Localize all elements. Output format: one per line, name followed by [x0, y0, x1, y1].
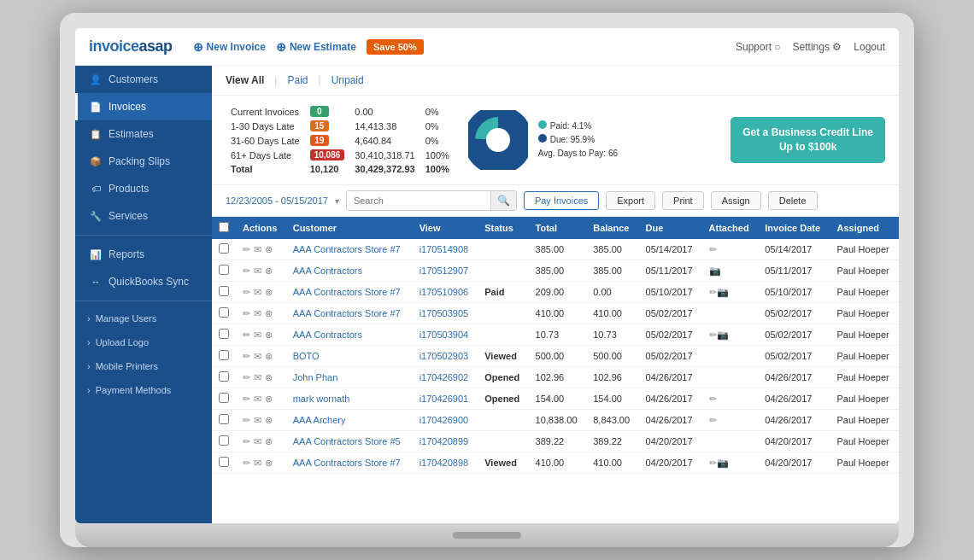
- edit-icon[interactable]: ✏: [243, 415, 250, 426]
- sidebar-expand-upload-logo[interactable]: › Upload Logo: [75, 330, 212, 354]
- delete-row-icon[interactable]: ⊗: [265, 265, 273, 277]
- delete-button[interactable]: Delete: [768, 191, 818, 210]
- delete-row-icon[interactable]: ⊗: [265, 330, 273, 341]
- search-button[interactable]: 🔍: [490, 191, 516, 210]
- logout-link[interactable]: Logout: [854, 41, 885, 53]
- date-range-picker[interactable]: 12/23/2005 - 05/15/2017: [226, 195, 328, 206]
- row-view[interactable]: i170420899: [413, 431, 478, 452]
- sidebar-item-invoices[interactable]: 📄 Invoices: [75, 93, 212, 120]
- delete-row-icon[interactable]: ⊗: [265, 351, 273, 362]
- row-customer: AAA Contractors Store #7: [286, 282, 413, 303]
- row-view[interactable]: i170426900: [413, 410, 478, 431]
- row-attached: [702, 431, 759, 452]
- row-view[interactable]: i170426902: [413, 367, 478, 388]
- email-icon[interactable]: ✉: [254, 394, 261, 405]
- sidebar-expand-mobile-printers[interactable]: › Mobile Printers: [75, 354, 212, 378]
- support-link[interactable]: Support ○: [736, 41, 781, 53]
- email-icon[interactable]: ✉: [254, 330, 261, 341]
- delete-row-icon[interactable]: ⊗: [265, 415, 273, 426]
- delete-row-icon[interactable]: ⊗: [265, 372, 273, 383]
- edit-icon[interactable]: ✏: [243, 244, 250, 255]
- pay-invoices-button[interactable]: Pay Invoices: [524, 191, 599, 210]
- row-checkbox[interactable]: [219, 243, 229, 254]
- row-view[interactable]: i170510906: [413, 282, 478, 303]
- row-customer: BOTO: [286, 346, 413, 367]
- delete-row-icon[interactable]: ⊗: [265, 394, 273, 405]
- edit-icon[interactable]: ✏: [243, 330, 250, 341]
- sidebar-item-customers[interactable]: 👤 Customers: [75, 66, 212, 93]
- tab-paid[interactable]: Paid: [287, 73, 308, 88]
- edit-icon[interactable]: ✏: [243, 394, 250, 405]
- delete-row-icon[interactable]: ⊗: [265, 287, 273, 298]
- row-attached: [702, 346, 759, 367]
- tab-view-all[interactable]: View All: [226, 73, 264, 88]
- row-checkbox[interactable]: [219, 350, 229, 360]
- save50-button[interactable]: Save 50%: [367, 39, 424, 55]
- sidebar-item-reports[interactable]: 📊 Reports: [75, 241, 212, 268]
- row-invoice-date: 04/26/2017: [758, 410, 830, 431]
- row-checkbox[interactable]: [219, 414, 229, 424]
- row-checkbox[interactable]: [219, 371, 229, 382]
- row-view[interactable]: i170503904: [413, 324, 478, 346]
- edit-icon[interactable]: ✏: [243, 372, 250, 383]
- sidebar-item-products[interactable]: 🏷 Products: [75, 175, 212, 202]
- email-icon[interactable]: ✉: [254, 308, 261, 319]
- sidebar-expand-payment-methods[interactable]: › Payment Methods: [75, 378, 212, 402]
- search-input[interactable]: [347, 192, 490, 209]
- row-checkbox[interactable]: [219, 435, 229, 446]
- row-checkbox[interactable]: [219, 329, 229, 339]
- edit-icon[interactable]: ✏: [243, 287, 250, 298]
- row-checkbox[interactable]: [219, 265, 229, 275]
- email-icon[interactable]: ✉: [254, 415, 261, 426]
- edit-icon[interactable]: ✏: [243, 436, 250, 447]
- email-icon[interactable]: ✉: [254, 351, 261, 362]
- email-icon[interactable]: ✉: [254, 458, 261, 469]
- row-attached: ✏📷: [702, 452, 759, 474]
- row-view[interactable]: i170503905: [413, 303, 478, 324]
- sidebar-item-quickbooks[interactable]: ↔ QuickBooks Sync: [75, 268, 212, 295]
- sidebar-item-estimates[interactable]: 📋 Estimates: [75, 120, 212, 148]
- row-view[interactable]: i170502903: [413, 346, 478, 367]
- edit-icon[interactable]: ✏: [243, 265, 250, 277]
- sidebar-expand-manage-users[interactable]: › Manage Users: [75, 306, 212, 330]
- row-view[interactable]: i170512907: [413, 260, 478, 282]
- print-button[interactable]: Print: [662, 191, 704, 210]
- new-invoice-button[interactable]: ⊕ New Invoice: [193, 40, 266, 54]
- row-view[interactable]: i170420898: [413, 452, 478, 474]
- edit-icon[interactable]: ✏: [243, 351, 250, 362]
- row-attached: ✏: [702, 410, 759, 431]
- email-icon[interactable]: ✉: [254, 372, 261, 383]
- settings-link[interactable]: Settings ⚙: [793, 41, 842, 53]
- delete-row-icon[interactable]: ⊗: [265, 436, 273, 447]
- delete-row-icon[interactable]: ⊗: [265, 308, 273, 319]
- row-assigned: Paul Hoeper: [830, 452, 899, 474]
- row-view[interactable]: i170514908: [413, 239, 478, 260]
- email-icon[interactable]: ✉: [254, 244, 261, 255]
- email-icon[interactable]: ✉: [254, 436, 261, 447]
- chevron-right-icon-2: ›: [87, 337, 91, 347]
- delete-row-icon[interactable]: ⊗: [265, 244, 273, 255]
- sidebar-item-packing-slips[interactable]: 📦 Packing Slips: [75, 148, 212, 175]
- badge-31-60: 19: [310, 135, 329, 146]
- new-estimate-button[interactable]: ⊕ New Estimate: [276, 40, 356, 54]
- row-checkbox[interactable]: [219, 307, 229, 318]
- sidebar-item-services[interactable]: 🔧 Services: [75, 202, 212, 230]
- plus-icon: ⊕: [193, 40, 203, 54]
- edit-icon[interactable]: ✏: [243, 458, 250, 469]
- export-button[interactable]: Export: [606, 191, 655, 210]
- row-invoice-date: 05/11/2017: [758, 260, 830, 282]
- tab-unpaid[interactable]: Unpaid: [332, 73, 364, 88]
- assign-button[interactable]: Assign: [711, 191, 761, 210]
- row-due: 05/10/2017: [639, 282, 702, 303]
- row-checkbox[interactable]: [219, 457, 229, 467]
- cta-credit-button[interactable]: Get a Business Credit Line Up to $100k: [730, 117, 885, 163]
- delete-row-icon[interactable]: ⊗: [265, 458, 273, 469]
- row-checkbox[interactable]: [219, 393, 229, 403]
- row-view[interactable]: i170426901: [413, 388, 478, 410]
- email-icon[interactable]: ✉: [254, 287, 261, 298]
- email-icon[interactable]: ✉: [254, 265, 261, 277]
- row-checkbox[interactable]: [219, 286, 229, 296]
- packing-slips-icon: 📦: [90, 156, 102, 167]
- edit-icon[interactable]: ✏: [243, 308, 250, 319]
- select-all-checkbox[interactable]: [219, 222, 229, 232]
